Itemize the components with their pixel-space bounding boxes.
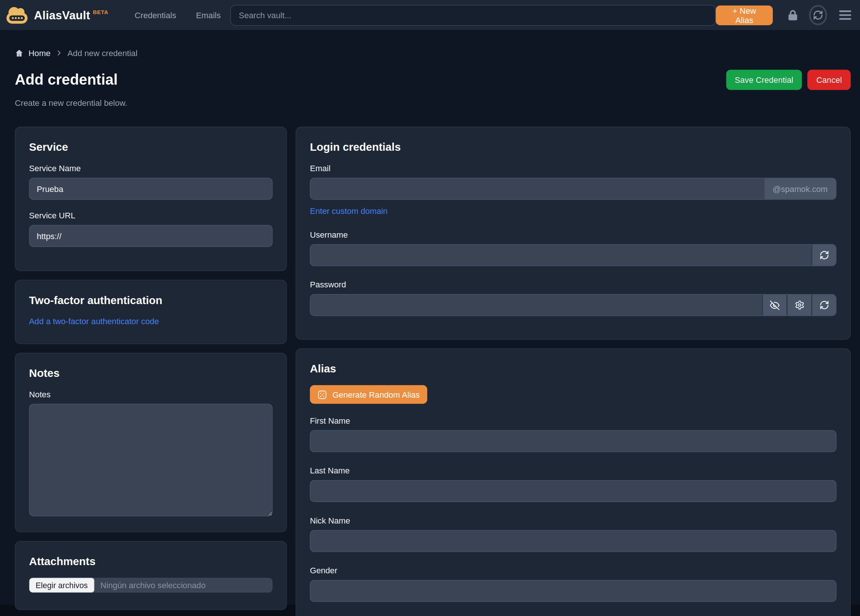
username-label: Username: [310, 230, 836, 239]
service-url-label: Service URL: [29, 211, 272, 220]
page-title: Add credential: [15, 71, 118, 88]
nav-credentials[interactable]: Credentials: [135, 10, 176, 20]
two-factor-heading: Two-factor authentication: [29, 294, 272, 307]
notes-textarea[interactable]: [29, 404, 272, 517]
toggle-password-visibility-button[interactable]: [762, 295, 786, 316]
gender-input[interactable]: [310, 580, 836, 602]
two-factor-card: Two-factor authentication Add a two-fact…: [15, 280, 287, 344]
gender-label: Gender: [310, 566, 836, 575]
search-input[interactable]: [231, 5, 716, 26]
service-url-input[interactable]: [29, 225, 272, 247]
notes-label: Notes: [29, 390, 272, 399]
password-label: Password: [310, 280, 836, 289]
lock-icon[interactable]: [788, 9, 798, 21]
notes-card: Notes Notes: [15, 353, 287, 532]
login-credentials-card: Login credentials Email @spamok.com Ente…: [295, 127, 851, 339]
refresh-icon: [819, 250, 829, 260]
attachments-heading: Attachments: [29, 555, 272, 568]
header-actions: + New Alias: [716, 5, 851, 25]
generate-random-alias-button[interactable]: Generate Random Alias: [310, 385, 428, 404]
login-credentials-heading: Login credentials: [310, 141, 836, 154]
beta-badge: BETA: [93, 9, 108, 15]
password-input[interactable]: [310, 295, 762, 316]
refresh-icon: [819, 300, 829, 310]
enter-custom-domain-link[interactable]: Enter custom domain: [310, 206, 388, 216]
top-navigation-bar: AliasVault BETA Credentials Emails + New…: [0, 0, 860, 30]
username-input-group: [310, 244, 836, 266]
home-icon[interactable]: [15, 49, 24, 58]
menu-icon[interactable]: [839, 10, 851, 20]
nick-name-label: Nick Name: [310, 516, 836, 525]
sync-status-icon[interactable]: [809, 5, 827, 25]
first-name-input[interactable]: [310, 431, 836, 452]
cancel-button[interactable]: Cancel: [808, 70, 851, 90]
gear-icon: [794, 300, 804, 310]
email-input[interactable]: [310, 178, 764, 199]
eye-off-icon: [769, 300, 780, 310]
dice-icon: [318, 390, 327, 399]
add-two-factor-link[interactable]: Add a two-factor authenticator code: [29, 317, 159, 326]
page-body: Home Add new credential Add credential S…: [0, 30, 860, 605]
page-subtitle: Create a new credential below.: [15, 98, 851, 108]
first-name-label: First Name: [310, 416, 836, 425]
brand-name: AliasVault: [34, 6, 90, 25]
email-domain-suffix: @spamok.com: [764, 178, 836, 199]
alias-card: Alias Generate Random Alias First Name L…: [295, 348, 851, 616]
breadcrumb: Home Add new credential: [15, 30, 851, 58]
new-alias-button[interactable]: + New Alias: [716, 5, 773, 25]
password-input-group: [310, 294, 836, 316]
breadcrumb-current: Add new credential: [67, 48, 138, 58]
app-root: AliasVault BETA Credentials Emails + New…: [0, 0, 860, 616]
notes-heading: Notes: [29, 367, 272, 380]
right-column: Login credentials Email @spamok.com Ente…: [295, 127, 851, 616]
file-upload-input[interactable]: Elegir archivos Ningún archivo seleccion…: [29, 578, 272, 592]
service-name-label: Service Name: [29, 163, 272, 173]
choose-files-button[interactable]: Elegir archivos: [29, 578, 94, 592]
save-credential-button[interactable]: Save Credential: [726, 70, 802, 90]
service-name-input[interactable]: [29, 178, 272, 200]
service-card: Service Service Name Service URL: [15, 127, 287, 271]
title-row: Add credential Save Credential Cancel: [15, 70, 851, 90]
form-columns: Service Service Name Service URL Two-fac…: [15, 127, 851, 616]
attachments-card: Attachments Elegir archivos Ningún archi…: [15, 541, 287, 610]
breadcrumb-home-link[interactable]: Home: [28, 48, 50, 58]
email-input-group: @spamok.com: [310, 178, 836, 200]
username-input[interactable]: [310, 245, 811, 266]
last-name-input[interactable]: [310, 480, 836, 502]
password-settings-button[interactable]: [786, 295, 811, 316]
left-column: Service Service Name Service URL Two-fac…: [15, 127, 287, 610]
regenerate-username-button[interactable]: [811, 245, 836, 266]
title-actions: Save Credential Cancel: [726, 70, 851, 90]
alias-heading: Alias: [310, 363, 836, 376]
main-nav: Credentials Emails: [135, 10, 221, 20]
generate-random-alias-label: Generate Random Alias: [332, 390, 419, 399]
chevron-right-icon: [55, 49, 62, 57]
nick-name-input[interactable]: [310, 530, 836, 552]
nav-emails[interactable]: Emails: [196, 10, 221, 20]
aliasvault-logo-icon[interactable]: [6, 6, 28, 25]
regenerate-password-button[interactable]: [811, 295, 836, 316]
no-file-selected-text: Ningún archivo seleccionado: [100, 580, 206, 589]
email-label: Email: [310, 163, 836, 173]
brand[interactable]: AliasVault BETA: [34, 6, 108, 25]
service-heading: Service: [29, 141, 272, 154]
last-name-label: Last Name: [310, 466, 836, 475]
